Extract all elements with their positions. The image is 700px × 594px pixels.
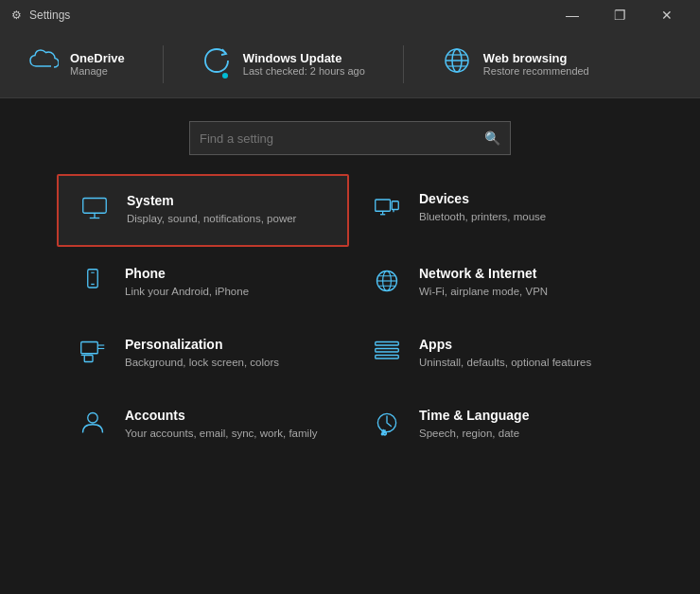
svg-rect-21	[81, 342, 98, 354]
personalization-info: Personalization Background, lock screen,…	[125, 337, 279, 370]
phone-name: Phone	[125, 266, 249, 281]
app-title: Settings	[29, 9, 70, 22]
web-browsing-title: Web browsing	[483, 51, 589, 65]
monitor-icon	[78, 193, 112, 228]
apps-info: Apps Uninstall, defaults, optional featu…	[419, 337, 591, 370]
svg-rect-28	[376, 356, 399, 359]
accounts-info: Accounts Your accounts, email, sync, wor…	[125, 408, 317, 441]
system-setting[interactable]: System Display, sound, notifications, po…	[57, 174, 349, 247]
windows-update-panel[interactable]: Windows Update Last checked: 2 hours ago	[192, 40, 375, 88]
devices-icon	[370, 191, 404, 226]
personalization-name: Personalization	[125, 337, 279, 352]
network-name: Network & Internet	[419, 266, 548, 281]
time-language-info: Time & Language Speech, region, date	[419, 408, 529, 441]
svg-rect-27	[376, 349, 399, 353]
time-language-desc: Speech, region, date	[419, 426, 529, 441]
apps-name: Apps	[419, 337, 591, 352]
settings-grid: System Display, sound, notifications, po…	[0, 174, 700, 460]
svg-rect-22	[84, 356, 93, 362]
phone-desc: Link your Android, iPhone	[125, 284, 249, 299]
divider-2	[403, 45, 404, 83]
network-setting[interactable]: Network & Internet Wi-Fi, airplane mode,…	[351, 249, 643, 318]
system-info: System Display, sound, notifications, po…	[127, 193, 296, 226]
network-desc: Wi-Fi, airplane mode, VPN	[419, 284, 548, 299]
svg-point-29	[88, 413, 98, 424]
devices-setting[interactable]: Devices Bluetooth, printers, mouse	[351, 174, 643, 247]
close-button[interactable]: ✕	[645, 0, 689, 30]
system-desc: Display, sound, notifications, power	[127, 211, 296, 226]
devices-desc: Bluetooth, printers, mouse	[419, 209, 546, 224]
onedrive-title: OneDrive	[70, 51, 125, 65]
update-subtitle: Last checked: 2 hours ago	[243, 65, 365, 77]
phone-setting[interactable]: Phone Link your Android, iPhone	[57, 249, 349, 318]
web-browsing-text: Web browsing Restore recommended	[483, 51, 589, 77]
personalization-setting[interactable]: Personalization Background, lock screen,…	[57, 320, 349, 389]
globe-icon	[442, 45, 472, 82]
top-panels: OneDrive Manage Windows Update Last chec…	[0, 30, 700, 98]
time-language-setting[interactable]: あ Time & Language Speech, region, date	[351, 391, 643, 460]
time-language-icon: あ	[370, 408, 404, 443]
update-title: Windows Update	[243, 51, 365, 65]
cloud-icon	[28, 45, 59, 82]
search-container: 🔍	[0, 98, 700, 174]
accounts-setting[interactable]: Accounts Your accounts, email, sync, wor…	[57, 391, 349, 460]
phone-icon	[76, 266, 110, 301]
accounts-desc: Your accounts, email, sync, work, family	[125, 426, 317, 441]
search-icon: 🔍	[484, 131, 500, 146]
web-browsing-panel[interactable]: Web browsing Restore recommended	[432, 40, 599, 88]
update-notification-dot	[220, 71, 230, 80]
search-box[interactable]: 🔍	[189, 121, 511, 155]
svg-rect-5	[83, 199, 107, 214]
sync-icon	[201, 45, 232, 82]
update-icon-wrap	[201, 45, 232, 82]
window-controls: — ❐ ✕	[551, 0, 689, 30]
web-browsing-subtitle: Restore recommended	[483, 65, 589, 77]
phone-info: Phone Link your Android, iPhone	[125, 266, 249, 299]
personalization-desc: Background, lock screen, colors	[125, 355, 279, 370]
onedrive-text: OneDrive Manage	[70, 51, 125, 77]
settings-gear-icon: ⚙	[11, 9, 22, 22]
search-input[interactable]	[200, 131, 484, 146]
accounts-icon	[76, 408, 110, 443]
minimize-button[interactable]: —	[551, 0, 594, 30]
network-icon	[370, 266, 404, 301]
apps-setting[interactable]: Apps Uninstall, defaults, optional featu…	[351, 320, 643, 389]
onedrive-panel[interactable]: OneDrive Manage	[19, 40, 134, 88]
divider-1	[163, 45, 164, 83]
accounts-name: Accounts	[125, 408, 317, 423]
network-info: Network & Internet Wi-Fi, airplane mode,…	[419, 266, 548, 299]
svg-rect-9	[392, 201, 398, 210]
personalization-icon	[76, 337, 110, 372]
system-name: System	[127, 193, 296, 208]
svg-text:あ: あ	[381, 428, 387, 436]
maximize-button[interactable]: ❐	[598, 0, 641, 30]
title-bar: ⚙ Settings — ❐ ✕	[0, 0, 700, 30]
apps-desc: Uninstall, defaults, optional features	[419, 355, 591, 370]
update-text: Windows Update Last checked: 2 hours ago	[243, 51, 365, 77]
time-language-name: Time & Language	[419, 408, 529, 423]
svg-rect-8	[376, 200, 391, 211]
onedrive-subtitle: Manage	[70, 65, 125, 77]
svg-rect-26	[376, 342, 399, 346]
apps-icon	[370, 337, 404, 372]
title-bar-left: ⚙ Settings	[11, 9, 70, 22]
devices-name: Devices	[419, 191, 546, 206]
devices-info: Devices Bluetooth, printers, mouse	[419, 191, 546, 224]
